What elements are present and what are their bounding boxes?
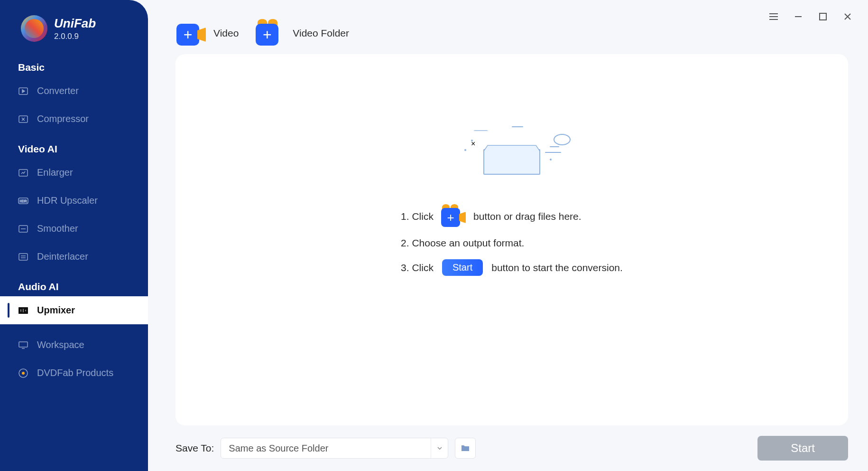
footer-bar: Save To: Same as Source Folder Start (148, 425, 868, 471)
svg-rect-14 (820, 13, 826, 20)
empty-illustration: × (450, 125, 573, 178)
folder-icon (461, 444, 470, 452)
smoother-icon (18, 225, 28, 233)
step-text: button or drag files here. (473, 211, 582, 222)
add-video-icon: + (176, 21, 206, 46)
svg-rect-11 (19, 342, 28, 347)
step-2: 2. Choose an output format. (401, 237, 524, 249)
sidebar-item-converter[interactable]: Converter (0, 77, 148, 105)
sidebar-item-deinterlacer[interactable]: Deinterlacer (0, 243, 148, 271)
sidebar-item-label: Compressor (37, 113, 89, 124)
start-button[interactable]: Start (757, 436, 848, 461)
sidebar-section-video-ai: Video AI (0, 133, 148, 159)
sidebar-item-enlarger[interactable]: Enlarger (0, 159, 148, 187)
svg-rect-9 (23, 309, 24, 312)
upmixer-icon (18, 306, 28, 315)
step-text: 2. Choose an output format. (401, 237, 524, 249)
sidebar-item-label: Deinterlacer (37, 251, 88, 262)
sidebar-item-hdr-upscaler[interactable]: HDR HDR Upscaler (0, 187, 148, 215)
svg-rect-10 (25, 310, 26, 311)
sidebar-section-basic: Basic (0, 51, 148, 77)
step-text: button to start the conversion. (491, 262, 623, 273)
sidebar-item-label: Workspace (37, 339, 84, 350)
step-text: 1. Click (401, 211, 434, 222)
app-logo-icon (21, 15, 47, 42)
app-title: UniFab (54, 16, 96, 31)
chevron-down-icon (431, 438, 448, 458)
svg-point-13 (22, 372, 25, 375)
sidebar-item-upmixer[interactable]: Upmixer (0, 296, 148, 324)
sidebar-item-label: HDR Upscaler (37, 195, 98, 206)
app-version: 2.0.0.9 (54, 32, 96, 41)
step-1: 1. Click + button or drag files here. (401, 206, 582, 227)
add-folder-label: Video Folder (293, 28, 349, 39)
app-logo-area: UniFab 2.0.0.9 (0, 0, 148, 51)
sidebar: UniFab 2.0.0.9 Basic Converter Compresso… (0, 0, 148, 471)
deinterlace-icon (18, 253, 28, 261)
compress-icon (18, 115, 28, 123)
add-folder-icon: + (256, 21, 285, 46)
add-video-icon-inline: + (441, 206, 466, 227)
sidebar-item-label: DVDFab Products (37, 367, 113, 378)
instruction-steps: 1. Click + button or drag files here. 2.… (401, 206, 623, 276)
svg-text:HDR: HDR (19, 199, 27, 203)
save-to-select[interactable]: Same as Source Folder (221, 438, 448, 459)
save-to-label: Save To: (175, 443, 214, 454)
svg-rect-8 (20, 309, 21, 312)
drop-zone[interactable]: × 1. Click + button or drag files here. … (175, 54, 848, 425)
sidebar-item-smoother[interactable]: Smoother (0, 215, 148, 243)
svg-rect-6 (19, 254, 28, 260)
browse-folder-button[interactable] (455, 438, 476, 459)
save-to-value: Same as Source Folder (221, 443, 431, 454)
sidebar-item-label: Converter (37, 85, 79, 96)
sidebar-item-compressor[interactable]: Compressor (0, 105, 148, 133)
sidebar-section-audio-ai: Audio AI (0, 271, 148, 296)
toolbar: + Video + Video Folder (148, 21, 868, 54)
dvdfab-icon (18, 369, 28, 377)
sidebar-item-label: Enlarger (37, 167, 73, 178)
add-video-button[interactable]: + Video (176, 21, 239, 46)
add-folder-button[interactable]: + Video Folder (256, 21, 349, 46)
sidebar-item-label: Upmixer (37, 305, 75, 316)
sidebar-item-workspace[interactable]: Workspace (0, 331, 148, 359)
sidebar-item-dvdfab-products[interactable]: DVDFab Products (0, 359, 148, 387)
step-text: 3. Click (401, 262, 434, 273)
play-rect-icon (18, 87, 28, 95)
main-area: + Video + Video Folder × 1 (148, 0, 868, 471)
enlarge-icon (18, 169, 28, 177)
step-3: 3. Click Start button to start the conve… (401, 259, 623, 276)
hdr-icon: HDR (18, 197, 28, 205)
start-chip-inline: Start (442, 259, 483, 276)
window-controls (148, 0, 868, 23)
sidebar-item-label: Smoother (37, 223, 78, 234)
monitor-icon (18, 341, 28, 349)
add-video-label: Video (213, 28, 239, 39)
